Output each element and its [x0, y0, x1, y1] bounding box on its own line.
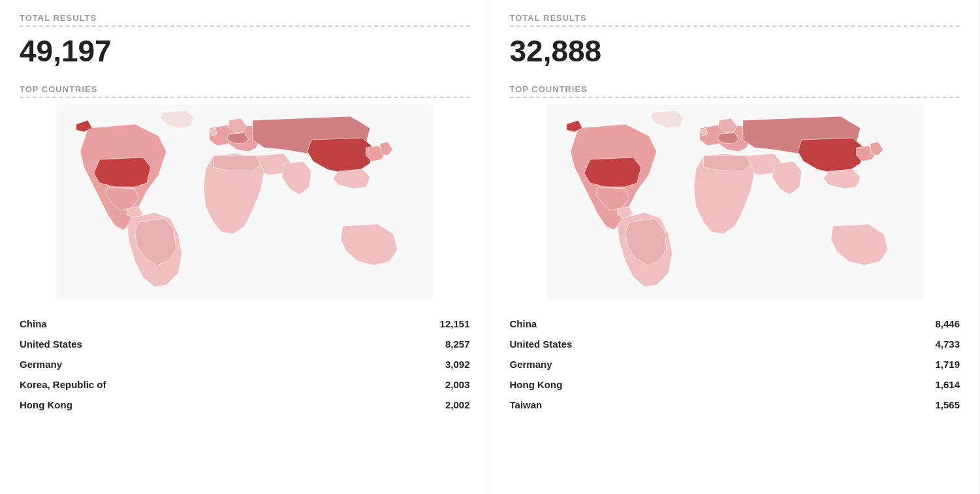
right-divider-1 [510, 25, 960, 27]
country-name: China [510, 318, 537, 329]
country-count: 1,719 [935, 359, 960, 370]
right-map [510, 105, 960, 301]
left-panel: TOTAL RESULTS 49,197 TOP COUNTRIES [0, 0, 490, 494]
country-count: 1,565 [935, 399, 960, 410]
left-divider-1 [20, 25, 470, 27]
country-count: 3,092 [445, 359, 470, 370]
country-name: Hong Kong [20, 399, 72, 410]
country-count: 8,446 [935, 318, 960, 329]
table-row: Hong Kong1,614 [510, 374, 960, 395]
left-countries-label: TOP COUNTRIES [20, 84, 470, 94]
country-count: 1,614 [935, 379, 960, 390]
left-total-value: 49,197 [20, 33, 470, 69]
country-count: 2,003 [445, 379, 470, 390]
left-country-list: China12,151United States8,257Germany3,09… [20, 314, 470, 415]
country-name: Germany [510, 359, 552, 370]
left-map [20, 105, 470, 301]
left-world-map [20, 105, 470, 301]
country-count: 2,002 [445, 399, 470, 410]
table-row: United States4,733 [510, 334, 960, 354]
table-row: United States8,257 [20, 334, 470, 354]
country-name: Germany [20, 359, 62, 370]
table-row: Germany1,719 [510, 354, 960, 374]
table-row: Hong Kong2,002 [20, 395, 470, 415]
country-name: United States [20, 338, 82, 350]
right-total-label: TOTAL RESULTS [510, 13, 960, 23]
country-name: Hong Kong [510, 379, 563, 390]
table-row: Taiwan1,565 [510, 395, 960, 415]
right-world-map [510, 105, 960, 301]
right-divider-2 [510, 97, 960, 98]
country-name: China [20, 318, 47, 329]
country-name: United States [510, 338, 573, 350]
left-divider-2 [20, 97, 470, 98]
table-row: Germany3,092 [20, 354, 470, 374]
country-name: Korea, Republic of [20, 379, 106, 390]
table-row: China12,151 [20, 314, 470, 334]
right-countries-label: TOP COUNTRIES [510, 84, 960, 94]
country-count: 12,151 [440, 318, 470, 329]
table-row: Korea, Republic of2,003 [20, 374, 470, 395]
table-row: China8,446 [510, 314, 960, 334]
country-count: 8,257 [445, 338, 470, 350]
right-country-list: China8,446United States4,733Germany1,719… [510, 314, 960, 415]
left-total-label: TOTAL RESULTS [20, 13, 470, 23]
right-total-value: 32,888 [510, 33, 960, 69]
right-panel: TOTAL RESULTS 32,888 TOP COUNTRIES [490, 0, 981, 494]
country-name: Taiwan [510, 399, 543, 410]
country-count: 4,733 [935, 338, 960, 350]
